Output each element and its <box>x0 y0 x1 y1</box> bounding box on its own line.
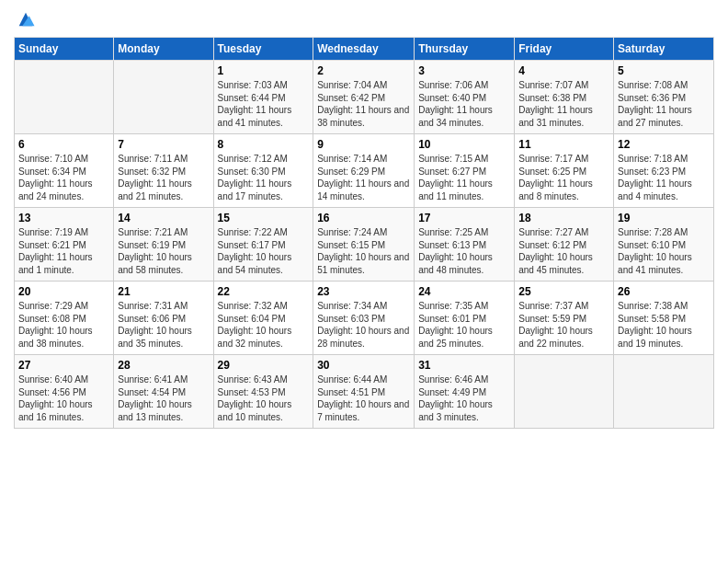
calendar-cell: 20Sunrise: 7:29 AMSunset: 6:08 PMDayligh… <box>15 282 114 355</box>
day-number: 31 <box>418 359 510 372</box>
logo <box>14 9 36 29</box>
day-info: Sunrise: 7:11 AMSunset: 6:32 PMDaylight:… <box>118 153 209 202</box>
calendar-cell: 2Sunrise: 7:04 AMSunset: 6:42 PMDaylight… <box>313 61 415 134</box>
logo-icon <box>16 9 36 29</box>
day-number: 21 <box>118 285 209 298</box>
day-info: Sunrise: 6:44 AMSunset: 4:51 PMDaylight:… <box>317 373 410 423</box>
day-info: Sunrise: 7:25 AMSunset: 6:13 PMDaylight:… <box>418 226 510 276</box>
calendar-cell: 5Sunrise: 7:08 AMSunset: 6:36 PMDaylight… <box>614 61 714 134</box>
day-number: 4 <box>518 64 609 77</box>
day-number: 24 <box>418 285 510 298</box>
day-number: 29 <box>218 359 310 372</box>
day-number: 30 <box>317 359 410 372</box>
day-number: 1 <box>218 64 310 77</box>
calendar-cell: 15Sunrise: 7:22 AMSunset: 6:17 PMDayligh… <box>213 208 313 282</box>
calendar-cell <box>15 61 114 134</box>
day-number: 23 <box>317 285 410 298</box>
day-info: Sunrise: 7:31 AMSunset: 6:06 PMDaylight:… <box>118 300 209 350</box>
day-info: Sunrise: 6:40 AMSunset: 4:56 PMDaylight:… <box>18 373 109 423</box>
day-number: 3 <box>418 64 510 77</box>
calendar-cell: 16Sunrise: 7:24 AMSunset: 6:15 PMDayligh… <box>313 208 415 282</box>
calendar-body: 1Sunrise: 7:03 AMSunset: 6:44 PMDaylight… <box>15 61 714 429</box>
calendar-cell: 27Sunrise: 6:40 AMSunset: 4:56 PMDayligh… <box>15 355 114 429</box>
day-number: 27 <box>18 359 109 372</box>
calendar-cell: 21Sunrise: 7:31 AMSunset: 6:06 PMDayligh… <box>114 282 213 355</box>
calendar-header-friday: Friday <box>515 38 614 61</box>
day-info: Sunrise: 7:37 AMSunset: 5:59 PMDaylight:… <box>518 300 609 350</box>
day-info: Sunrise: 7:28 AMSunset: 6:10 PMDaylight:… <box>618 226 710 276</box>
day-number: 5 <box>618 64 710 77</box>
calendar-week-3: 20Sunrise: 7:29 AMSunset: 6:08 PMDayligh… <box>15 282 714 355</box>
calendar-cell: 14Sunrise: 7:21 AMSunset: 6:19 PMDayligh… <box>114 208 213 282</box>
day-info: Sunrise: 7:17 AMSunset: 6:25 PMDaylight:… <box>518 153 609 202</box>
day-number: 28 <box>118 359 209 372</box>
day-number: 14 <box>118 212 209 224</box>
day-info: Sunrise: 6:43 AMSunset: 4:53 PMDaylight:… <box>218 373 310 423</box>
day-info: Sunrise: 7:12 AMSunset: 6:30 PMDaylight:… <box>218 153 310 202</box>
calendar-header-sunday: Sunday <box>15 38 114 61</box>
day-number: 7 <box>118 138 209 151</box>
day-number: 2 <box>317 64 410 77</box>
calendar-week-2: 13Sunrise: 7:19 AMSunset: 6:21 PMDayligh… <box>15 208 714 282</box>
day-number: 25 <box>518 285 609 298</box>
calendar-header-row: SundayMondayTuesdayWednesdayThursdayFrid… <box>15 38 714 61</box>
calendar-header-tuesday: Tuesday <box>213 38 313 61</box>
day-number: 12 <box>618 138 710 151</box>
day-info: Sunrise: 7:34 AMSunset: 6:03 PMDaylight:… <box>317 300 410 350</box>
page-container: SundayMondayTuesdayWednesdayThursdayFrid… <box>0 0 728 438</box>
calendar-cell <box>515 355 614 429</box>
day-number: 11 <box>518 138 609 151</box>
day-number: 22 <box>218 285 310 298</box>
calendar-cell: 6Sunrise: 7:10 AMSunset: 6:34 PMDaylight… <box>15 134 114 208</box>
calendar-cell: 28Sunrise: 6:41 AMSunset: 4:54 PMDayligh… <box>114 355 213 429</box>
calendar-week-0: 1Sunrise: 7:03 AMSunset: 6:44 PMDaylight… <box>15 61 714 134</box>
calendar-cell: 1Sunrise: 7:03 AMSunset: 6:44 PMDaylight… <box>213 61 313 134</box>
calendar-cell: 9Sunrise: 7:14 AMSunset: 6:29 PMDaylight… <box>313 134 415 208</box>
day-number: 15 <box>218 212 310 224</box>
calendar-cell: 29Sunrise: 6:43 AMSunset: 4:53 PMDayligh… <box>213 355 313 429</box>
calendar-cell <box>114 61 213 134</box>
day-info: Sunrise: 7:07 AMSunset: 6:38 PMDaylight:… <box>518 79 609 129</box>
calendar-cell: 13Sunrise: 7:19 AMSunset: 6:21 PMDayligh… <box>15 208 114 282</box>
calendar-cell: 8Sunrise: 7:12 AMSunset: 6:30 PMDaylight… <box>213 134 313 208</box>
day-info: Sunrise: 7:22 AMSunset: 6:17 PMDaylight:… <box>218 226 310 276</box>
calendar-table: SundayMondayTuesdayWednesdayThursdayFrid… <box>14 37 714 429</box>
calendar-cell <box>614 355 714 429</box>
day-number: 26 <box>618 285 710 298</box>
calendar-cell: 7Sunrise: 7:11 AMSunset: 6:32 PMDaylight… <box>114 134 213 208</box>
calendar-cell: 3Sunrise: 7:06 AMSunset: 6:40 PMDaylight… <box>415 61 515 134</box>
calendar-cell: 11Sunrise: 7:17 AMSunset: 6:25 PMDayligh… <box>515 134 614 208</box>
calendar-cell: 10Sunrise: 7:15 AMSunset: 6:27 PMDayligh… <box>415 134 515 208</box>
day-info: Sunrise: 7:03 AMSunset: 6:44 PMDaylight:… <box>218 79 310 129</box>
calendar-cell: 30Sunrise: 6:44 AMSunset: 4:51 PMDayligh… <box>313 355 415 429</box>
day-info: Sunrise: 7:08 AMSunset: 6:36 PMDaylight:… <box>618 79 710 129</box>
day-info: Sunrise: 7:27 AMSunset: 6:12 PMDaylight:… <box>518 226 609 276</box>
day-number: 10 <box>418 138 510 151</box>
calendar-cell: 22Sunrise: 7:32 AMSunset: 6:04 PMDayligh… <box>213 282 313 355</box>
calendar-cell: 25Sunrise: 7:37 AMSunset: 5:59 PMDayligh… <box>515 282 614 355</box>
calendar-cell: 31Sunrise: 6:46 AMSunset: 4:49 PMDayligh… <box>415 355 515 429</box>
calendar-cell: 19Sunrise: 7:28 AMSunset: 6:10 PMDayligh… <box>614 208 714 282</box>
calendar-week-4: 27Sunrise: 6:40 AMSunset: 4:56 PMDayligh… <box>15 355 714 429</box>
day-number: 19 <box>618 212 710 224</box>
calendar-header-wednesday: Wednesday <box>313 38 415 61</box>
day-info: Sunrise: 7:24 AMSunset: 6:15 PMDaylight:… <box>317 226 410 276</box>
calendar-cell: 17Sunrise: 7:25 AMSunset: 6:13 PMDayligh… <box>415 208 515 282</box>
calendar-cell: 12Sunrise: 7:18 AMSunset: 6:23 PMDayligh… <box>614 134 714 208</box>
day-info: Sunrise: 6:41 AMSunset: 4:54 PMDaylight:… <box>118 373 209 423</box>
calendar-cell: 24Sunrise: 7:35 AMSunset: 6:01 PMDayligh… <box>415 282 515 355</box>
calendar-header-saturday: Saturday <box>614 38 714 61</box>
calendar-cell: 26Sunrise: 7:38 AMSunset: 5:58 PMDayligh… <box>614 282 714 355</box>
header <box>14 9 714 29</box>
calendar-cell: 23Sunrise: 7:34 AMSunset: 6:03 PMDayligh… <box>313 282 415 355</box>
calendar-cell: 18Sunrise: 7:27 AMSunset: 6:12 PMDayligh… <box>515 208 614 282</box>
calendar-header-monday: Monday <box>114 38 213 61</box>
day-number: 20 <box>18 285 109 298</box>
day-number: 18 <box>518 212 609 224</box>
day-info: Sunrise: 7:32 AMSunset: 6:04 PMDaylight:… <box>218 300 310 350</box>
day-info: Sunrise: 7:15 AMSunset: 6:27 PMDaylight:… <box>418 153 510 202</box>
day-number: 17 <box>418 212 510 224</box>
day-info: Sunrise: 7:10 AMSunset: 6:34 PMDaylight:… <box>18 153 109 202</box>
day-info: Sunrise: 7:35 AMSunset: 6:01 PMDaylight:… <box>418 300 510 350</box>
day-info: Sunrise: 7:14 AMSunset: 6:29 PMDaylight:… <box>317 153 410 202</box>
